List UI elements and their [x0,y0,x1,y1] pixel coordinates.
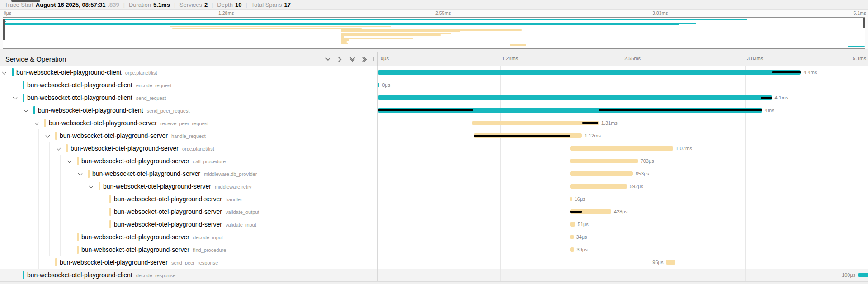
minimap-span-bar [341,41,347,43]
span-bar[interactable] [570,146,673,151]
column-resizer[interactable] [372,57,374,61]
span-label-cell[interactable]: bun-websocket-otel-playground-servermidd… [0,167,378,180]
span-bar[interactable] [570,235,574,239]
scrollbar-thumb[interactable] [11,0,40,2]
timeline-gridline [745,129,746,142]
span-label: bun-websocket-otel-playground-serverfind… [81,243,226,256]
minimap-span-bar [848,46,865,47]
span-operation-name: middleware.retry [215,184,251,189]
indent-guide [17,129,17,142]
span-bar[interactable] [570,171,633,176]
span-label: bun-websocket-otel-playground-serverrece… [49,117,208,129]
span-service-name: bun-websocket-otel-playground-server [114,221,222,228]
collapse-all-button[interactable] [360,55,368,63]
chevron-down-icon[interactable] [78,171,83,176]
span-label-cell[interactable]: bun-websocket-otel-playground-servervali… [0,205,378,218]
span-label-cell[interactable]: bun-websocket-otel-playground-serverorpc… [0,142,378,155]
span-label-cell[interactable]: bun-websocket-otel-playground-serversend… [0,256,378,269]
span-timeline-cell: 4.1ms [378,91,868,104]
indent-guide [6,218,6,231]
span-row: bun-websocket-otel-playground-serversend… [0,256,868,269]
span-timeline-cell: 1.12ms [378,129,868,142]
total-spans-label: Total Spans [251,1,282,8]
span-label: bun-websocket-otel-playground-servercall… [81,155,226,167]
span-duration-label: 34μs [576,231,587,243]
span-bar[interactable] [570,159,638,163]
span-label-cell[interactable]: bun-websocket-otel-playground-clientsend… [0,104,378,117]
ruler-tick: 1.28ms [500,56,518,61]
indent-guide [28,117,28,129]
span-color-bar [33,106,35,114]
timeline-gridline [500,180,501,193]
chevron-down-icon[interactable] [24,108,28,113]
chevron-down-icon[interactable] [46,133,50,138]
indent-guide [17,243,17,256]
span-service-name: bun-websocket-otel-playground-client [27,81,132,89]
span-label-cell[interactable]: bun-websocket-otel-playground-serverdeco… [0,231,378,243]
span-service-name: bun-websocket-otel-playground-client [38,107,143,114]
span-label-cell[interactable]: bun-websocket-otel-playground-clientorpc… [0,66,378,79]
critical-path-segment [582,122,598,124]
span-row: bun-websocket-otel-playground-servermidd… [0,180,868,193]
timeline-gridline [623,193,623,205]
span-row: bun-websocket-otel-playground-servercall… [0,155,868,167]
indent-guide [28,193,28,205]
minimap-span-bar [3,19,747,20]
span-duration-label: 0μs [382,79,390,91]
chevron-down-icon[interactable] [35,121,39,125]
span-label-cell[interactable]: bun-websocket-otel-playground-servervali… [0,218,378,231]
span-label: bun-websocket-otel-playground-serverorpc… [71,142,214,155]
minimap-right-handle[interactable] [863,18,865,28]
expand-all-button[interactable] [348,55,356,63]
span-bar[interactable] [378,83,379,87]
span-bar[interactable] [858,273,868,277]
timeline-gridline [500,243,501,256]
span-bar[interactable] [570,184,627,189]
indent-guide [17,205,17,218]
trace-minimap[interactable] [3,17,865,49]
span-label-cell[interactable]: bun-websocket-otel-playground-clientenco… [0,79,378,91]
trace-duration: Duration 5.1ms [129,1,170,8]
chevron-down-icon[interactable] [2,70,7,75]
span-row: bun-websocket-otel-playground-clientdeco… [0,269,868,281]
chevron-down-icon[interactable] [89,184,94,189]
collapse-one-level-button[interactable] [335,55,344,63]
span-label-cell[interactable]: bun-websocket-otel-playground-clientsend… [0,91,378,104]
minimap-span-bar [172,28,362,29]
indent-guide [6,243,6,256]
ruler-tick: 5.1ms [853,10,866,16]
indent-guide [38,218,39,231]
span-bar[interactable] [570,222,575,227]
span-bar[interactable] [666,260,675,265]
chevron-down-icon[interactable] [57,146,61,151]
span-bar[interactable] [570,247,574,252]
span-label-cell[interactable]: bun-websocket-otel-playground-servercall… [0,155,378,167]
span-operation-name: find_procedure [193,247,226,253]
span-label-cell[interactable]: bun-websocket-otel-playground-clientdeco… [0,269,378,281]
indent-guide [71,205,71,218]
span-bar[interactable] [378,95,772,100]
span-bar[interactable] [472,121,599,125]
span-label-cell[interactable]: bun-websocket-otel-playground-serverhand… [0,193,378,205]
span-bar[interactable] [378,70,801,75]
expand-one-level-button[interactable] [323,55,331,63]
indent-guide [38,231,39,243]
span-duration-label: 100μs [842,269,855,281]
indent-guide [6,180,6,193]
span-bar[interactable] [570,197,572,201]
span-label-cell[interactable]: bun-websocket-otel-playground-servermidd… [0,180,378,193]
indent-guide [28,142,28,155]
trace-timeline-view: Trace Start August 16 2025, 08:57:31.839… [0,0,868,284]
span-label-cell[interactable]: bun-websocket-otel-playground-serverrece… [0,117,378,129]
timeline-gridline [623,129,623,142]
timeline-gridline [745,155,746,167]
span-label-cell[interactable]: bun-websocket-otel-playground-serverhand… [0,129,378,142]
critical-path-segment [474,135,570,137]
span-label-cell[interactable]: bun-websocket-otel-playground-serverfind… [0,243,378,256]
span-color-bar [77,233,79,241]
indent-guide [60,218,61,231]
minimap-left-handle[interactable] [3,19,5,40]
chevron-down-icon[interactable] [13,95,18,100]
indent-guide [28,243,28,256]
chevron-down-icon[interactable] [67,159,72,163]
